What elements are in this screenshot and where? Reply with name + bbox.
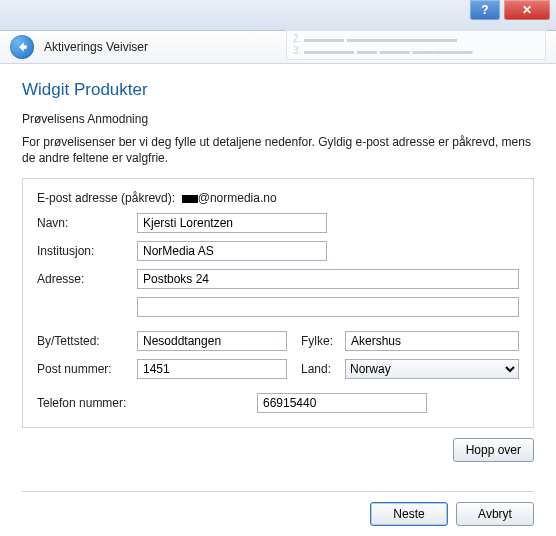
institution-label: Institusjon: [37, 244, 137, 258]
row-city-county: By/Tettsted: Fylke: [37, 331, 519, 351]
row-email: E-post adresse (påkrevd): @normedia.no [37, 191, 519, 205]
county-label: Fylke: [301, 334, 345, 348]
back-arrow-icon [15, 40, 29, 54]
postcode-label: Post nummer: [37, 362, 137, 376]
name-label: Navn: [37, 216, 137, 230]
county-input[interactable] [345, 331, 519, 351]
wizard-ghost-panel: 2. ▬▬▬▬ ▬▬▬▬▬▬▬▬▬▬▬ 3. ▬▬▬▬▬ ▬▬ ▬▬▬ ▬▬▬▬… [286, 30, 546, 60]
email-label: E-post adresse (påkrevd): @normedia.no [37, 191, 277, 205]
email-masked-prefix [182, 195, 198, 203]
row-name: Navn: [37, 213, 519, 233]
email-value-suffix: @normedia.no [198, 191, 277, 205]
back-button[interactable] [10, 35, 34, 59]
address-input-1[interactable] [137, 269, 519, 289]
ghost-line: 3. ▬▬▬▬▬ ▬▬ ▬▬▬ ▬▬▬▬▬▬ [293, 45, 539, 56]
address-label: Adresse: [37, 272, 137, 286]
close-icon: ✕ [522, 3, 532, 17]
titlebar: ? ✕ [0, 0, 556, 31]
row-post-country: Post nummer: Land: Norway [37, 359, 519, 379]
page-title: Widgit Produkter [22, 80, 534, 100]
country-label: Land: [301, 362, 345, 376]
city-input[interactable] [137, 331, 287, 351]
help-button[interactable]: ? [470, 0, 500, 20]
close-button[interactable]: ✕ [504, 0, 550, 20]
institution-input[interactable] [137, 241, 327, 261]
row-institution: Institusjon: [37, 241, 519, 261]
phone-input[interactable] [257, 393, 427, 413]
skip-button[interactable]: Hopp over [453, 438, 534, 462]
nav-buttons: Neste Avbryt [370, 492, 534, 526]
form-frame: E-post adresse (påkrevd): @normedia.no N… [22, 178, 534, 428]
page-instructions: For prøvelisenser ber vi deg fylle ut de… [22, 134, 534, 166]
postcode-input[interactable] [137, 359, 287, 379]
help-icon: ? [481, 3, 488, 17]
page-subheading: Prøvelisens Anmodning [22, 112, 534, 126]
activation-wizard-window: ? ✕ Aktiverings Veiviser 2. ▬▬▬▬ ▬▬▬▬▬▬▬… [0, 0, 556, 536]
ghost-line: 2. ▬▬▬▬ ▬▬▬▬▬▬▬▬▬▬▬ [293, 33, 539, 44]
next-button[interactable]: Neste [370, 502, 448, 526]
address-input-2[interactable] [137, 297, 519, 317]
phone-label: Telefon nummer: [37, 396, 257, 410]
city-label: By/Tettsted: [37, 334, 137, 348]
wizard-title: Aktiverings Veiviser [44, 40, 148, 54]
content-area: Widgit Produkter Prøvelisens Anmodning F… [0, 64, 556, 536]
country-select[interactable]: Norway [345, 359, 519, 379]
cancel-button[interactable]: Avbryt [456, 502, 534, 526]
name-input[interactable] [137, 213, 327, 233]
row-address-2 [37, 297, 519, 317]
row-phone: Telefon nummer: [37, 393, 519, 413]
row-address-1: Adresse: [37, 269, 519, 289]
